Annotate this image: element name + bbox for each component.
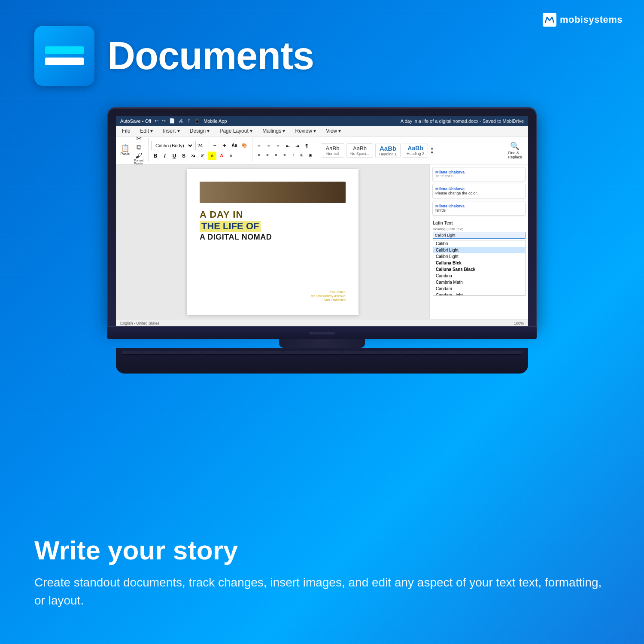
key: [383, 351, 402, 355]
font-increase-button[interactable]: +: [220, 141, 229, 150]
key: [302, 351, 322, 355]
paste-icon: 📋: [121, 145, 130, 152]
font-item-calibri-light2[interactable]: Calibri Light: [433, 253, 525, 260]
copy-button[interactable]: ⧉: [133, 143, 145, 151]
comment-2: Milena Chakova Please change the color.: [432, 184, 526, 198]
comment-3: Milena Chakova fshfds: [432, 201, 526, 216]
key: [483, 351, 502, 355]
show-marks-button[interactable]: ¶: [302, 142, 311, 150]
app-title: Documents: [107, 34, 314, 78]
app-icon: [34, 26, 94, 86]
key: [402, 351, 422, 355]
menu-bar: File Edit ▾ Insert ▾ Design ▾ Page Layou…: [116, 126, 528, 137]
clipboard-group: 📋 Paste ✂ ⧉ 🖌 FormatPainter: [119, 138, 149, 162]
comment-1: Milena Chakova 20.12.2022 г.: [432, 167, 526, 181]
status-bar: English - United States 100%: [116, 319, 528, 326]
highlight-button[interactable]: A: [208, 152, 216, 160]
align-center-button[interactable]: ≡: [264, 151, 271, 159]
font-item-calluna-blck[interactable]: Calluna Blck: [433, 260, 525, 266]
format-painter-button[interactable]: 🖌 FormatPainter: [133, 152, 145, 166]
key: [202, 351, 222, 355]
superscript-button[interactable]: X²: [198, 152, 207, 160]
brand-icon: [543, 13, 556, 27]
styles-scroll-up[interactable]: ▲: [430, 146, 434, 150]
share-icon: ⇧: [187, 118, 191, 124]
laptop-notch: [309, 332, 335, 334]
menu-mailings[interactable]: Mailings ▾: [261, 127, 287, 135]
address-line2: 521 Broadway Avenue: [311, 294, 346, 298]
address-line1: The Office: [311, 290, 346, 294]
mobile-icon: 📱: [194, 118, 200, 124]
bullet-list-button[interactable]: ≡: [255, 142, 264, 150]
underline-button[interactable]: U: [170, 152, 179, 160]
find-replace-button[interactable]: 🔍 Find &Replace: [505, 140, 525, 161]
align-justify-button[interactable]: ≡: [281, 151, 289, 159]
clear-format-button[interactable]: Ā: [227, 152, 235, 160]
menu-view[interactable]: View ▾: [324, 127, 343, 135]
paste-button[interactable]: 📋 Paste: [119, 144, 131, 157]
font-item-candara[interactable]: Candara: [433, 286, 525, 292]
laptop-base: [107, 327, 537, 339]
font-item-calibri-light[interactable]: Calibri Light: [433, 247, 525, 253]
line-spacing-button[interactable]: ↕: [289, 151, 297, 159]
font-input-field[interactable]: [433, 232, 526, 239]
menu-design[interactable]: Design ▾: [188, 127, 212, 135]
font-selector[interactable]: Calibri (Body): [151, 141, 194, 150]
bold-button[interactable]: B: [151, 152, 160, 160]
font-panel: Latin Text Heading (Latin Text) Calibri …: [430, 218, 528, 298]
indent-decrease-button[interactable]: ⇤: [283, 142, 292, 150]
find-replace-icon: 🔍: [510, 141, 519, 151]
font-decrease-button[interactable]: −: [210, 141, 219, 150]
indent-increase-button[interactable]: ⇥: [293, 142, 301, 150]
borders-button[interactable]: ⊞: [298, 151, 306, 159]
font-item-cambria-math[interactable]: Cambria Math: [433, 279, 525, 286]
align-right-button[interactable]: ≡: [272, 151, 280, 159]
font-section-label: Heading (Latin Text): [433, 227, 526, 231]
doc-sidebar: Milena Chakova 20.12.2022 г. Milena Chak…: [429, 164, 528, 319]
menu-review[interactable]: Review ▾: [294, 127, 318, 135]
align-left-button[interactable]: ≡: [255, 151, 263, 159]
style-normal[interactable]: AaBb Normal: [321, 143, 344, 158]
menu-insert[interactable]: Insert ▾: [161, 127, 181, 135]
strikethrough-button[interactable]: S: [179, 152, 188, 160]
menu-page-layout[interactable]: Page Layout ▾: [218, 127, 254, 135]
format-painter-label: FormatPainter: [134, 159, 143, 165]
font-size-input[interactable]: [195, 141, 209, 150]
cut-button[interactable]: ✂: [133, 135, 145, 143]
key: [322, 351, 342, 355]
redo-icon: ↪: [162, 118, 166, 124]
italic-button[interactable]: I: [161, 152, 169, 160]
key: [343, 351, 362, 355]
menu-file[interactable]: File: [120, 127, 132, 135]
undo-icon: ↩: [155, 118, 158, 124]
subscript-button[interactable]: X₂: [189, 152, 197, 160]
font-panel-title: Latin Text: [433, 221, 526, 225]
ribbon: 📋 Paste ✂ ⧉ 🖌 FormatPainter: [116, 137, 528, 164]
find-replace-label: Find &Replace: [508, 151, 522, 159]
doc-main: A DAY IN THE LIFE OF A DIGITAL NOMAD The…: [116, 164, 429, 319]
numbered-list-button[interactable]: ≡: [264, 142, 273, 150]
description: Create standout documents, track changes…: [34, 574, 610, 610]
key: [143, 351, 162, 355]
style-heading1[interactable]: AaBb Heading 1: [375, 143, 401, 158]
font-color-button[interactable]: 🎨: [240, 141, 249, 150]
multilevel-list-button[interactable]: ≡: [274, 142, 283, 150]
font-size-change-button[interactable]: Aa: [230, 141, 239, 150]
doc-line1: A DAY IN: [200, 210, 346, 220]
font-item-calibri[interactable]: Calibri: [433, 240, 525, 247]
style-no-spacing[interactable]: AaBb No Spaci...: [346, 143, 373, 158]
brand-name: mobisystems: [560, 14, 623, 25]
style-heading2-label: Heading 2: [407, 152, 424, 156]
font-item-candara-light[interactable]: Candara Light: [433, 292, 525, 296]
format-buttons: B I U S X₂ X² A A Ā: [151, 152, 249, 160]
text-color-button[interactable]: A: [217, 152, 226, 160]
comment-2-name: Milena Chakova: [435, 187, 522, 191]
document-content: A DAY IN THE LIFE OF A DIGITAL NOMAD The…: [116, 164, 528, 319]
font-item-cambria[interactable]: Cambria: [433, 273, 525, 279]
laptop-screen: AutoSave • Off ↩ ↪ 📄 🖨 ⇧ 📱 Mobile App A …: [116, 116, 528, 326]
shading-button[interactable]: ▣: [307, 151, 314, 159]
font-item-calluna-sans[interactable]: Calluna Sans Black: [433, 266, 525, 273]
menu-edit[interactable]: Edit ▾: [138, 127, 155, 135]
styles-scroll-down[interactable]: ▼: [430, 151, 434, 155]
style-heading2[interactable]: AaBb Heading 2: [403, 143, 428, 158]
